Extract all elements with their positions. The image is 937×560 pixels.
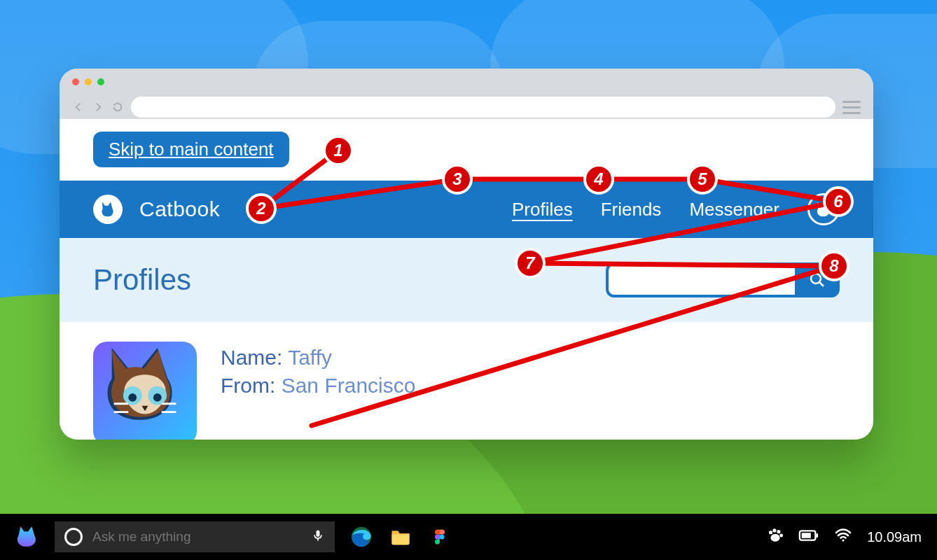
- close-icon[interactable]: [72, 78, 79, 85]
- cortana-icon: [64, 528, 83, 546]
- taskbar-app-files[interactable]: [388, 524, 413, 550]
- url-bar[interactable]: [131, 97, 835, 118]
- reload-icon[interactable]: [111, 101, 124, 113]
- site-navbar: Catbook Profiles Friends Messenger: [60, 181, 873, 238]
- svg-point-17: [777, 529, 780, 533]
- taskbar-app-figma[interactable]: [427, 524, 452, 550]
- svg-point-18: [779, 533, 783, 537]
- svg-point-3: [128, 393, 137, 402]
- from-value: San Francisco: [282, 374, 416, 397]
- svg-point-16: [772, 528, 776, 532]
- name-label: Name:: [221, 346, 282, 369]
- search-icon: [809, 272, 826, 288]
- tray-battery-icon[interactable]: [798, 528, 819, 546]
- figma-icon: [431, 525, 448, 549]
- profile-details: Name: Taffy From: San Francisco: [221, 342, 415, 398]
- taskbar: 10.09am: [0, 514, 937, 560]
- nav-links: Profiles Friends Messenger: [512, 193, 840, 225]
- from-label: From:: [221, 374, 275, 397]
- os-search-input[interactable]: [92, 529, 301, 545]
- account-avatar[interactable]: [807, 193, 840, 225]
- edge-icon: [349, 525, 373, 549]
- browser-chrome: [60, 69, 873, 119]
- start-button[interactable]: [15, 525, 41, 549]
- svg-point-0: [811, 274, 821, 284]
- tray-wifi-icon[interactable]: [833, 527, 853, 547]
- maximize-icon[interactable]: [97, 78, 104, 85]
- page-title: Profiles: [93, 263, 191, 297]
- forward-icon[interactable]: [92, 101, 104, 113]
- svg-point-14: [440, 535, 445, 540]
- nav-profiles[interactable]: Profiles: [512, 199, 573, 220]
- svg-point-22: [842, 539, 845, 541]
- svg-rect-20: [802, 533, 811, 538]
- start-cat-icon: [15, 525, 41, 549]
- taskbar-app-edge[interactable]: [349, 524, 374, 550]
- system-tray: 10.09am: [766, 526, 922, 548]
- cat-icon: [99, 200, 117, 218]
- os-search[interactable]: [55, 522, 335, 552]
- nav-friends[interactable]: Friends: [601, 199, 662, 220]
- search-button[interactable]: [795, 262, 840, 298]
- search-input[interactable]: [606, 262, 795, 298]
- nav-messenger[interactable]: Messenger: [689, 199, 779, 220]
- page-header: Profiles: [60, 238, 873, 322]
- brand-name[interactable]: Catbook: [139, 197, 220, 221]
- minimize-icon[interactable]: [85, 78, 92, 85]
- tray-clock[interactable]: 10.09am: [867, 529, 922, 545]
- browser-window: Skip to main content Catbook Profiles Fr…: [60, 69, 873, 440]
- svg-point-15: [769, 531, 772, 534]
- svg-rect-21: [816, 533, 818, 538]
- svg-point-4: [153, 393, 162, 402]
- tray-paw-icon[interactable]: [766, 526, 784, 548]
- skip-to-main-link[interactable]: Skip to main content: [93, 132, 289, 167]
- profile-card: Name: Taffy From: San Francisco: [93, 342, 415, 440]
- cat-avatar-icon: [93, 342, 197, 440]
- menu-icon[interactable]: [842, 101, 861, 114]
- folder-icon: [389, 526, 412, 547]
- profile-search: [606, 262, 840, 298]
- back-icon[interactable]: [72, 101, 85, 113]
- profile-picture[interactable]: [93, 342, 197, 440]
- microphone-icon[interactable]: [311, 528, 325, 546]
- cat-face-icon: [814, 200, 833, 219]
- name-value: Taffy: [288, 346, 332, 369]
- brand-logo-icon[interactable]: [93, 195, 123, 224]
- window-controls[interactable]: [72, 78, 104, 85]
